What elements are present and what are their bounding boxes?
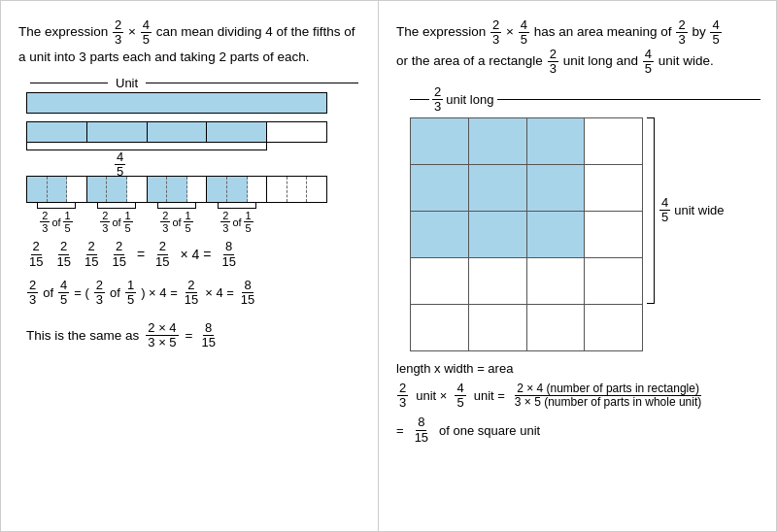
length-x-width: length x width = area: [396, 361, 513, 376]
fifth-4: [207, 122, 267, 142]
cell-4-2: [468, 257, 526, 304]
fifths-bar: [26, 121, 327, 143]
be-eq: =: [396, 423, 404, 438]
cell-5-2: [468, 304, 526, 350]
sub-bracket-3: 2 3 of 1 5: [147, 203, 207, 234]
sub-fifth-5: [267, 177, 326, 202]
cell-2-1: [411, 164, 469, 211]
cell-1-4: [585, 117, 643, 164]
eq-frac6: 8 15: [220, 240, 237, 269]
right-intro-text1: The expression: [396, 24, 486, 39]
cell-1-2: [468, 117, 526, 164]
sub-third-4-2: [227, 177, 248, 202]
ef-close: ) × 4 =: [141, 285, 178, 300]
top-label-row: 2 3 unit long: [410, 85, 760, 115]
dash-right: [146, 83, 358, 83]
cell-5-4: [585, 304, 643, 350]
grid-row-3: [411, 211, 643, 257]
sub-third-3-2: [167, 177, 187, 202]
eq-frac1: 2 15: [27, 240, 45, 269]
bottom-equations: length x width = area 2 3 unit × 4 5 uni…: [396, 361, 760, 445]
unit-diagram: Unit: [18, 76, 362, 114]
sub-third-1-3: [67, 177, 86, 202]
right-times1: ×: [506, 24, 514, 39]
sb-frac3b: 1 5: [184, 210, 193, 234]
right-frac2: 4 5: [519, 18, 529, 48]
ef-frac2: 4 5: [58, 279, 69, 308]
sub-fifth-1: [27, 177, 87, 202]
cell-3-3: [526, 211, 585, 257]
left-times1: ×: [128, 24, 136, 39]
sub-bracket-text-3: 2 3 of 1 5: [159, 210, 193, 234]
sub-third-3-3: [187, 177, 207, 202]
eq-row: 2 15 2 15 2 15 2 15 = 2 15 × 4 = 8: [26, 240, 362, 269]
sub-bracket-text-2: 2 3 of 1 5: [99, 210, 133, 234]
same-as-text: This is the same as: [26, 328, 139, 343]
sub-bracket-line-4: [218, 203, 256, 209]
sub-third-1-1: [27, 177, 48, 202]
cell-4-3: [526, 257, 585, 304]
fifths-diagram: 4 5: [18, 121, 362, 168]
left-frac2: 4 5: [141, 18, 152, 48]
be-frac1: 2 3: [397, 382, 408, 411]
ef-frac4: 1 5: [125, 279, 136, 308]
sub-bracket-line-2: [97, 203, 136, 209]
sub-fifth-2: [87, 177, 148, 202]
cell-5-1: [411, 304, 469, 350]
dash-left: [30, 83, 108, 83]
cell-2-3: [526, 164, 585, 211]
right-label-text: unit wide: [674, 203, 724, 217]
right-brace: 4 5 unit wide: [647, 117, 725, 304]
same-result: 8 15: [199, 321, 217, 350]
cell-1-1: [411, 117, 469, 164]
unit-bar: [26, 92, 327, 114]
grid-container: [410, 117, 643, 351]
left-intro: The expression 2 3 × 4 5 can mean dividi…: [18, 18, 362, 66]
bracket-4-5: [26, 143, 267, 150]
right-frac4: 4 5: [710, 18, 721, 48]
sub-bracket-4: 2 3 of 1 5: [207, 203, 267, 234]
sub-bracket-1: 2 3 of 1 5: [26, 203, 86, 234]
grid-row-2: [411, 164, 643, 211]
ef-eq: = (: [74, 285, 89, 300]
same-frac1: 2 × 4 3 × 5: [146, 321, 178, 350]
brace-line: [647, 117, 655, 304]
left-panel: The expression 2 3 × 4 5 can mean dividi…: [1, 1, 379, 531]
fifth-3: [148, 122, 208, 142]
ef-frac1: 2 3: [27, 279, 38, 308]
sub-third-2-3: [127, 177, 147, 202]
sub-third-1-2: [48, 177, 68, 202]
sub-fifth-4: [207, 177, 267, 202]
be-of-one-square: of one square unit: [439, 423, 540, 438]
grid-table: [410, 117, 643, 351]
sub-third-5-3: [307, 177, 326, 202]
right-frac1: 2 3: [490, 18, 501, 48]
sub-third-5-1: [267, 177, 287, 202]
unit-label: Unit: [116, 76, 138, 90]
ef-of2: of: [110, 285, 120, 300]
fifth-1: [27, 122, 87, 142]
sub-third-3-1: [148, 177, 168, 202]
bracket-container: 4 5: [26, 143, 327, 168]
unit-label-row: Unit: [26, 76, 362, 90]
right-intro: The expression 2 3 × 4 5 has an area mea…: [396, 18, 760, 76]
eq-frac4: 2 15: [110, 240, 127, 269]
cell-3-1: [411, 211, 469, 257]
be-row-2: 2 3 unit × 4 5 unit = 2 × 4 (number of p…: [396, 382, 760, 411]
eq-frac5: 2 15: [153, 240, 171, 269]
unit-bar-fill: [27, 93, 326, 113]
ef-frac5: 2 15: [183, 279, 200, 308]
same-eq: =: [186, 328, 193, 343]
ef-x4: × 4 =: [205, 285, 234, 300]
right-unit-wide: unit wide.: [659, 53, 714, 68]
right-intro-mid: has an area meaning of: [534, 24, 672, 39]
cell-4-1: [411, 257, 469, 304]
sub-third-4-1: [207, 177, 227, 202]
left-frac1: 2 3: [113, 18, 123, 48]
cell-1-3: [526, 117, 585, 164]
fifth-5: [267, 122, 326, 142]
grid-row-5: [411, 304, 643, 350]
be-row-3: = 8 15 of one square unit: [396, 416, 760, 445]
ef-of: of: [43, 285, 53, 300]
sb-frac2b: 1 5: [123, 210, 133, 234]
